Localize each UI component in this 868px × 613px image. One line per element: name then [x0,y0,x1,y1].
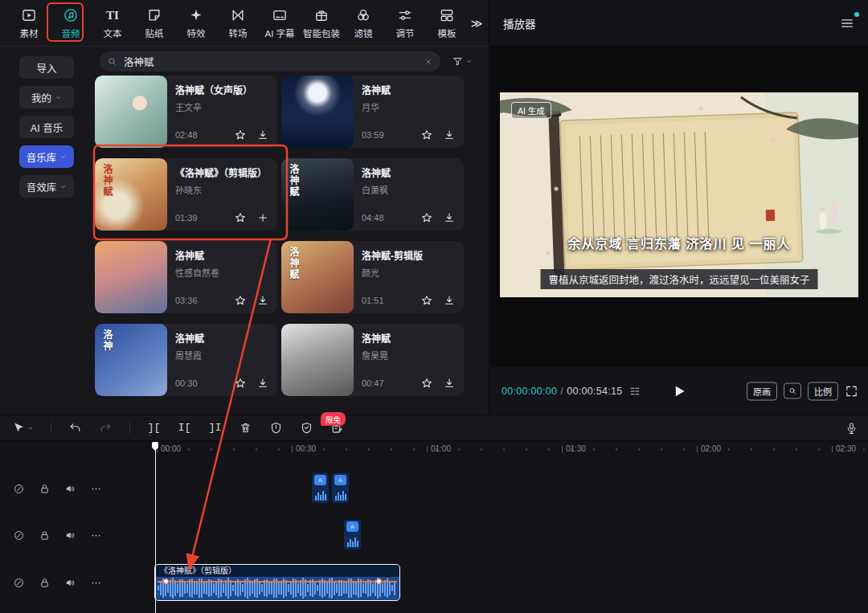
toolbar-divider [51,422,51,434]
volume-icon[interactable] [64,577,76,589]
tab-effects[interactable]: 特效 [175,0,217,46]
music-card[interactable]: 洛神洛神赋周慧霞00:30 [95,324,277,396]
favorite-star-icon[interactable] [420,211,433,224]
timeline-ruler[interactable]: 00:0000:3001:0001:3002:0002:30 [0,442,868,457]
favorite-star-icon[interactable] [420,129,433,141]
track-toggle-icon[interactable] [13,577,25,589]
sidebar-item-ai-music[interactable]: AI 音乐 [19,116,74,138]
favorite-star-icon[interactable] [234,377,247,390]
favorite-star-icon[interactable] [234,129,247,141]
expand-tabs-button[interactable]: ≫ [465,0,489,46]
redo-button[interactable] [99,421,113,435]
download-icon[interactable] [256,129,269,141]
tab-adjust[interactable]: 调节 [384,0,426,46]
favorite-star-icon[interactable] [234,211,247,224]
mask-button[interactable] [269,421,283,435]
download-icon[interactable] [256,377,269,390]
download-icon[interactable] [256,294,269,307]
chevron-down-icon [59,153,67,161]
add-to-timeline-icon[interactable] [256,211,269,224]
download-icon[interactable] [443,129,456,141]
filter-button[interactable] [452,55,473,67]
microphone-button[interactable] [845,421,858,435]
protect-button[interactable] [300,421,313,435]
music-duration: 02:48 [175,130,198,140]
lock-icon[interactable] [39,529,51,541]
more-icon[interactable] [90,577,102,589]
delete-button[interactable] [239,421,252,435]
tab-audio[interactable]: 音频 [50,0,92,46]
tab-transition[interactable]: 转场 [217,0,259,46]
tab-filter[interactable]: 滤镜 [342,0,384,46]
timeline-track [0,471,868,506]
split-button[interactable]: ][ [147,421,161,435]
player-menu-button[interactable] [839,15,855,31]
audio-clip[interactable]: 《洛神赋》（剪辑版） [155,565,399,600]
aspect-ratio-button[interactable]: 比例 [808,382,838,400]
download-icon[interactable] [443,211,456,224]
tab-media[interactable]: 素材 [8,0,50,46]
download-icon[interactable] [443,294,456,307]
keyframe-dot[interactable] [163,578,169,584]
favorite-star-icon[interactable] [420,294,433,307]
audio-clip-small[interactable] [332,473,349,503]
tab-label: AI 字幕 [264,27,294,39]
volume-icon[interactable] [64,529,76,541]
more-icon[interactable] [90,529,102,541]
original-quality-button[interactable]: 原画 [747,382,777,400]
more-icon[interactable] [90,483,102,495]
level-meter-icon[interactable] [628,385,641,398]
timeline[interactable]: 00:0000:3001:0001:3002:0002:30 《洛神赋》（剪辑版… [0,442,868,613]
sidebar-item-import[interactable]: 导入 [19,56,74,79]
tab-sticker[interactable]: 贴纸 [133,0,175,46]
search-box[interactable] [100,51,440,72]
select-tool-button[interactable] [11,421,34,435]
player-title: 播放器 [503,15,536,31]
keyframe-dot[interactable] [376,578,382,584]
sidebar-item-mine[interactable]: 我的 [19,86,74,108]
cursor-icon [11,421,25,435]
thumbnail-text: 洛神赋 [100,164,114,198]
music-card[interactable]: 洛神赋洛神赋白萧枫04:48 [281,158,464,231]
music-card[interactable]: 洛神赋詹昊晃00:47 [281,324,464,396]
video-preview[interactable]: AI 生成 余从京域 言归东藩 济洛川 见 一丽人 曹植从京城返回封地，渡过洛水… [500,92,858,297]
clip-badge [346,521,358,532]
tab-label: 素材 [20,27,39,39]
sidebar-item-sound-effects[interactable]: 音效库 [19,175,74,198]
split-right-button[interactable]: ]I [208,421,222,435]
lock-icon[interactable] [39,483,51,495]
music-card[interactable]: 洛神赋月华03:59 [281,76,464,148]
volume-icon[interactable] [64,483,76,495]
sidebar-item-music-library[interactable]: 音乐库 [19,145,74,168]
tab-text[interactable]: TI文本 [92,0,133,46]
track-toggle-icon[interactable] [13,529,25,541]
tab-label: 音频 [62,27,80,39]
favorite-star-icon[interactable] [420,377,433,390]
music-card[interactable]: 洛神赋《洛神赋》（剪辑版）孙晓东01:39 [95,158,277,231]
split-left-button[interactable]: I[ [178,421,191,435]
music-card[interactable]: 洛神赋性感自然卷03:36 [95,241,277,313]
download-icon[interactable] [443,377,456,390]
audio-clip-small[interactable] [344,520,361,550]
media-icon [21,7,37,23]
audio-clip-small[interactable] [312,473,329,503]
search-input[interactable] [122,55,419,68]
music-card[interactable]: 洛神赋洛神赋-剪辑版颜光01:51 [281,241,464,313]
lock-icon[interactable] [39,577,51,589]
play-button[interactable] [671,383,687,399]
music-card[interactable]: 洛神赋（女声版）王文辛02:48 [95,76,277,148]
fullscreen-icon[interactable] [845,384,858,398]
volume-envelope[interactable] [158,581,397,582]
sidebar-item-label: 音效库 [27,179,57,194]
undo-button[interactable] [68,421,82,435]
favorite-star-icon[interactable] [234,294,247,307]
lyric-overlay: 余从京域 言归东藩 济洛川 见 一丽人 [500,233,858,252]
clear-search-icon[interactable] [424,57,433,67]
preview-zoom-button[interactable] [784,383,801,399]
media-panel: 素材音频TI文本贴纸特效转场AI 字幕智能包装滤镜调节模板 ≫ 导入我的AI 音… [0,0,489,415]
music-thumbnail [281,324,354,396]
track-toggle-icon[interactable] [13,483,25,495]
tab-smart-pack[interactable]: 智能包装 [301,0,342,46]
tab-ai-subtitle[interactable]: AI 字幕 [259,0,301,46]
tab-template[interactable]: 模板 [426,0,466,46]
